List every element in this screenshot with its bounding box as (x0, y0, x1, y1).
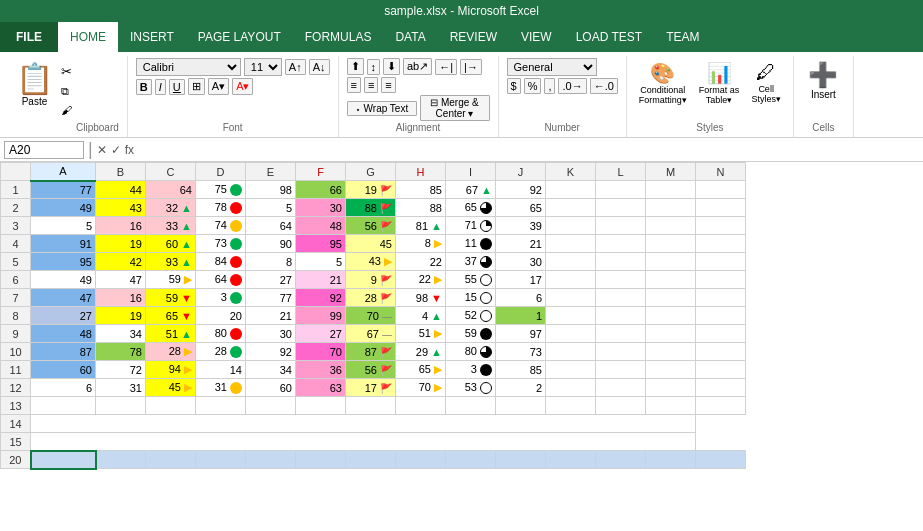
cell-k2[interactable] (546, 199, 596, 217)
cell-e10[interactable]: 92 (246, 343, 296, 361)
cell-m1[interactable] (646, 181, 696, 199)
cell-f3[interactable]: 48 (296, 217, 346, 235)
tab-formulas[interactable]: FORMULAS (293, 22, 384, 52)
cell-m20[interactable] (646, 451, 696, 469)
cell-h13[interactable] (396, 397, 446, 415)
cell-j4[interactable]: 21 (496, 235, 546, 253)
bold-button[interactable]: B (136, 79, 152, 95)
cell-h4[interactable]: 8 ▶ (396, 235, 446, 253)
row-header-3[interactable]: 3 (1, 217, 31, 235)
cell-c5[interactable]: 93 ▲ (146, 253, 196, 271)
cell-h9[interactable]: 51 ▶ (396, 325, 446, 343)
align-center-button[interactable]: ≡ (364, 77, 378, 93)
cell-c10[interactable]: 28 ▶ (146, 343, 196, 361)
cell-n11[interactable] (696, 361, 746, 379)
cell-c1[interactable]: 64 (146, 181, 196, 199)
row-header-8[interactable]: 8 (1, 307, 31, 325)
cell-j6[interactable]: 17 (496, 271, 546, 289)
cell-k7[interactable] (546, 289, 596, 307)
cell-j5[interactable]: 30 (496, 253, 546, 271)
col-header-l[interactable]: L (596, 163, 646, 181)
cell-g3[interactable]: 56 🚩 (346, 217, 396, 235)
cell-f6[interactable]: 21 (296, 271, 346, 289)
cell-k1[interactable] (546, 181, 596, 199)
cell-e4[interactable]: 90 (246, 235, 296, 253)
format-as-table-button[interactable]: 📊 Format asTable▾ (695, 58, 744, 108)
cell-i12[interactable]: 53 (446, 379, 496, 397)
copy-button[interactable]: ⧉ (57, 83, 76, 100)
wrap-text-button[interactable]: ⬩ Wrap Text (347, 101, 417, 116)
cell-m5[interactable] (646, 253, 696, 271)
tab-home[interactable]: HOME (58, 22, 118, 52)
italic-button[interactable]: I (155, 79, 166, 95)
cell-a9[interactable]: 48 (31, 325, 96, 343)
cell-g12[interactable]: 17 🚩 (346, 379, 396, 397)
cell-d2[interactable]: 78 (196, 199, 246, 217)
row-header-7[interactable]: 7 (1, 289, 31, 307)
cell-styles-button[interactable]: 🖊 CellStyles▾ (747, 58, 785, 107)
align-middle-button[interactable]: ↕ (367, 59, 381, 75)
borders-button[interactable]: ⊞ (188, 78, 205, 95)
cell-m9[interactable] (646, 325, 696, 343)
cell-c4[interactable]: 60 ▲ (146, 235, 196, 253)
number-format-select[interactable]: General (507, 58, 597, 76)
row-header-9[interactable]: 9 (1, 325, 31, 343)
cell-b6[interactable]: 47 (96, 271, 146, 289)
spreadsheet-container[interactable]: A B C D E F G H I J K L M N 1 77 44 (0, 162, 923, 531)
font-color-button[interactable]: A▾ (232, 78, 253, 95)
row-header-20[interactable]: 20 (1, 451, 31, 469)
cell-f20[interactable] (296, 451, 346, 469)
cell-b12[interactable]: 31 (96, 379, 146, 397)
cell-a4[interactable]: 91 (31, 235, 96, 253)
cell-a8[interactable]: 27 (31, 307, 96, 325)
cell-h20[interactable] (396, 451, 446, 469)
cell-f2[interactable]: 30 (296, 199, 346, 217)
cell-h5[interactable]: 22 (396, 253, 446, 271)
cell-k13[interactable] (546, 397, 596, 415)
font-size-select[interactable]: 11 (244, 58, 282, 76)
cell-h12[interactable]: 70 ▶ (396, 379, 446, 397)
row-header-13[interactable]: 13 (1, 397, 31, 415)
cell-d20[interactable] (196, 451, 246, 469)
cell-a10[interactable]: 87 (31, 343, 96, 361)
cell-j12[interactable]: 2 (496, 379, 546, 397)
cell-f5[interactable]: 5 (296, 253, 346, 271)
cell-b20[interactable] (96, 451, 146, 469)
row-header-6[interactable]: 6 (1, 271, 31, 289)
indent-decrease-button[interactable]: ←| (435, 59, 457, 75)
cell-e5[interactable]: 8 (246, 253, 296, 271)
cell-k4[interactable] (546, 235, 596, 253)
cell-b4[interactable]: 19 (96, 235, 146, 253)
cell-c7[interactable]: 59 ▼ (146, 289, 196, 307)
cell-l2[interactable] (596, 199, 646, 217)
cell-n9[interactable] (696, 325, 746, 343)
row-header-10[interactable]: 10 (1, 343, 31, 361)
cell-l7[interactable] (596, 289, 646, 307)
cell-m6[interactable] (646, 271, 696, 289)
cell-n4[interactable] (696, 235, 746, 253)
cell-j7[interactable]: 6 (496, 289, 546, 307)
cell-k12[interactable] (546, 379, 596, 397)
row-header-12[interactable]: 12 (1, 379, 31, 397)
cell-h10[interactable]: 29 ▲ (396, 343, 446, 361)
currency-button[interactable]: $ (507, 78, 521, 94)
cell-k5[interactable] (546, 253, 596, 271)
cell-d12[interactable]: 31 (196, 379, 246, 397)
cell-b9[interactable]: 34 (96, 325, 146, 343)
cell-e11[interactable]: 34 (246, 361, 296, 379)
cell-e7[interactable]: 77 (246, 289, 296, 307)
cell-g10[interactable]: 87 🚩 (346, 343, 396, 361)
cell-i4[interactable]: 11 (446, 235, 496, 253)
cell-g20[interactable] (346, 451, 396, 469)
name-box[interactable] (4, 141, 84, 159)
cell-k10[interactable] (546, 343, 596, 361)
align-left-button[interactable]: ≡ (347, 77, 361, 93)
cell-e20[interactable] (246, 451, 296, 469)
comma-button[interactable]: , (544, 78, 555, 94)
col-header-i[interactable]: I (446, 163, 496, 181)
cell-l6[interactable] (596, 271, 646, 289)
cell-g2[interactable]: 88 🚩 (346, 199, 396, 217)
row-header-2[interactable]: 2 (1, 199, 31, 217)
col-header-d[interactable]: D (196, 163, 246, 181)
col-header-f[interactable]: F (296, 163, 346, 181)
